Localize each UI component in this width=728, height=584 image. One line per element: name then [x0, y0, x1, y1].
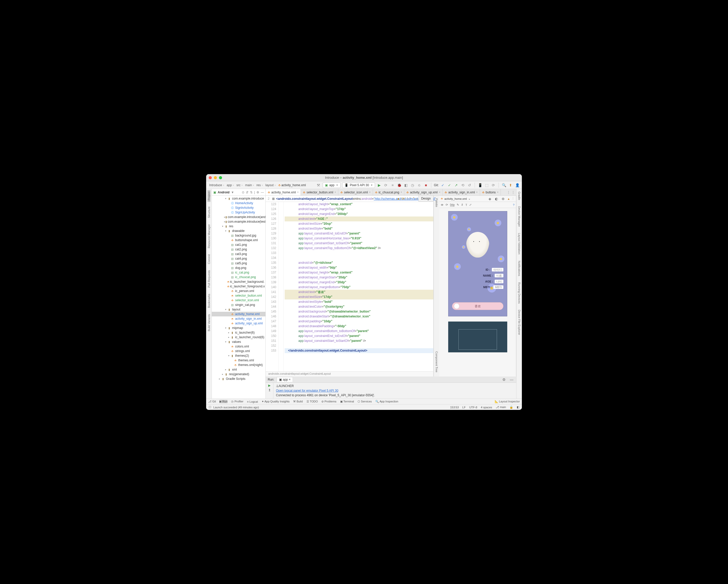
- tree-item[interactable]: ▾▮layout: [212, 307, 265, 312]
- encoding[interactable]: UTF-8: [469, 406, 477, 409]
- mem-icon[interactable]: ◧: [517, 406, 519, 409]
- breadcrumb-item[interactable]: ⬘ activity_home.xml: [277, 183, 307, 187]
- phone-preview[interactable]: ID :아이디NAME :이름AGE :나이MBTI :MBTI 종료: [448, 211, 507, 316]
- search-icon[interactable]: 🔍: [501, 183, 506, 188]
- git-update-icon[interactable]: ✓: [440, 183, 445, 188]
- tree-item[interactable]: ⬘themes.xml (night): [212, 363, 265, 367]
- bottom-tool-button[interactable]: ≡ Logcat: [247, 400, 258, 403]
- editor-tab[interactable]: ⬘activity_sign_in.xml×: [443, 189, 480, 196]
- code-line[interactable]: android:layout_marginStart="20dp": [285, 275, 433, 280]
- maximize-window-button[interactable]: [219, 176, 222, 179]
- tool-window-button[interactable]: Notifications: [518, 259, 521, 278]
- expand-icon[interactable]: ⇵: [246, 191, 249, 194]
- breadcrumb-item[interactable]: res: [255, 183, 264, 187]
- run-gear-icon[interactable]: ⚙: [501, 377, 506, 382]
- bottom-tool-button[interactable]: ▶ Run: [219, 400, 228, 403]
- code-line[interactable]: app:layout_constraintEnd_toEndOf="parent…: [285, 231, 433, 236]
- breadcrumb-item[interactable]: layout: [264, 183, 277, 187]
- attach-icon[interactable]: ⎋: [417, 183, 422, 188]
- tool-window-button[interactable]: Bookmarks: [207, 292, 210, 309]
- code-line[interactable]: app:layout_constraintStart_toStartOf="pa…: [285, 241, 433, 246]
- tree-item[interactable]: ⬘selector_button.xml: [212, 293, 265, 298]
- logcat-link[interactable]: Open logcat panel for emulator Pixel 5 A…: [276, 389, 338, 392]
- code-line[interactable]: android:textSize="20sp": [285, 221, 433, 226]
- tree-item[interactable]: ⬘selector_icon.xml: [212, 298, 265, 303]
- code-line[interactable]: android:layout_marginEnd="20dp": [285, 280, 433, 285]
- surface-icon[interactable]: ◐: [494, 196, 499, 201]
- bottom-tool-button[interactable]: ◷ Profiler: [231, 400, 243, 403]
- code-line[interactable]: android:layout_marginEnd="200dp": [285, 212, 433, 217]
- code-line[interactable]: app:layout_constraintEnd_toEndOf="parent…: [285, 334, 433, 338]
- bottom-tool-button[interactable]: ⬡ Services: [358, 400, 372, 403]
- code-body[interactable]: 1231241251261271281291301311321331341351…: [266, 202, 433, 371]
- bottom-tool-button[interactable]: ⚒ Build: [293, 400, 303, 403]
- bottom-tool-button[interactable]: ✦ App Quality Insights: [262, 400, 290, 403]
- tool-window-button[interactable]: Resource Manager: [207, 223, 210, 250]
- apply-code-icon[interactable]: ≡: [390, 183, 395, 188]
- code-line[interactable]: android:id="@+id/close": [285, 260, 433, 265]
- tree-item[interactable]: ⒸHomeActivity: [212, 201, 265, 205]
- tool-window-button[interactable]: Structure: [207, 205, 210, 220]
- code-line[interactable]: android:text="AGE :": [285, 217, 433, 221]
- code-line[interactable]: android:layout_height="wrap_content": [285, 202, 433, 207]
- indent[interactable]: 4 spaces: [481, 406, 492, 409]
- run-output[interactable]: .LAUNCHER Open logcat panel for emulator…: [274, 383, 516, 399]
- gear-icon[interactable]: ⚙: [256, 191, 259, 194]
- tree-item[interactable]: ▧dog.png: [212, 265, 265, 270]
- run-hide-icon[interactable]: —: [509, 377, 514, 382]
- layers-icon[interactable]: ◈: [487, 196, 492, 201]
- layout-inspector-button[interactable]: 📐 Layout Inspector: [495, 400, 520, 403]
- project-tree[interactable]: ▾▮com.example.introduceⒸHomeActivityⒸSig…: [212, 196, 265, 399]
- editor-tab[interactable]: ⬘selector_button.xml×: [301, 189, 338, 196]
- editor-tab[interactable]: ⬘selector_icon.xml×: [338, 189, 373, 196]
- code-lines[interactable]: android:layout_height="wrap_content" and…: [284, 202, 433, 371]
- editor-tab[interactable]: ⬘buttons×: [480, 189, 501, 196]
- git-push-icon[interactable]: ↗: [453, 183, 459, 188]
- tree-item[interactable]: ▸▮ic_launcher (6): [212, 330, 265, 335]
- lock-icon[interactable]: 🔒: [510, 406, 513, 409]
- night-preview[interactable]: [448, 322, 507, 352]
- warning-icon[interactable]: ▲: [507, 197, 510, 200]
- line-ending[interactable]: LF: [462, 406, 466, 409]
- git-rollback-icon[interactable]: ↺: [467, 183, 472, 188]
- hide-icon[interactable]: —: [261, 191, 264, 194]
- stop-icon[interactable]: ■: [423, 183, 428, 188]
- inspection-badge[interactable]: ▲ 14 ⚠ 1 ⌃ ⌄: [397, 197, 418, 200]
- close-button-preview[interactable]: 종료: [452, 302, 503, 310]
- git-branch[interactable]: ⎇ main: [496, 406, 506, 409]
- code-line[interactable]: app:layout_constraintStart_toStartOf="pa…: [285, 338, 433, 344]
- tool-window-button[interactable]: Project: [207, 190, 210, 202]
- tree-item[interactable]: ▧ic_cat.png: [212, 270, 265, 275]
- tree-item[interactable]: ▾▮mipmap: [212, 326, 265, 330]
- tool-window-button[interactable]: Device File Explorer: [518, 308, 521, 336]
- tree-item[interactable]: ▾▮drawable: [212, 229, 265, 233]
- git-history-icon[interactable]: ⟲: [460, 183, 465, 188]
- run-tab[interactable]: ▣ app ×: [277, 377, 293, 382]
- tree-item[interactable]: ⒸSignInActivity: [212, 205, 265, 210]
- tree-item[interactable]: ▾▮com.example.introduce: [212, 196, 265, 201]
- code-line[interactable]: android:padding="10dp": [285, 319, 433, 324]
- tree-item[interactable]: ▸▮Gradle Scripts: [212, 377, 265, 381]
- preview-canvas[interactable]: ID :아이디NAME :이름AGE :나이MBTI :MBTI 종료: [439, 208, 516, 377]
- code-line[interactable]: android:layout_marginBottom="70dp": [285, 285, 433, 290]
- code-line[interactable]: android:drawablePadding="-50dp": [285, 324, 433, 329]
- tree-item[interactable]: ▧cat2.png: [212, 247, 265, 252]
- coverage-icon[interactable]: ◧: [403, 183, 409, 188]
- sdk-icon[interactable]: ⬚: [484, 183, 489, 188]
- tree-item[interactable]: ⬘activity_sign_up.xml: [212, 321, 265, 326]
- tool-window-button[interactable]: Build Variants: [207, 312, 210, 333]
- tree-item[interactable]: ▧cat3.png: [212, 252, 265, 256]
- code-line[interactable]: android:text="종료": [285, 290, 433, 295]
- project-scope[interactable]: Android: [218, 191, 230, 194]
- tree-item[interactable]: ⬘activity_home.xml: [212, 312, 265, 316]
- device-rotate-icon[interactable]: ⟳: [446, 203, 448, 206]
- tree-item[interactable]: ▸▮ic_launcher_round (6): [212, 335, 265, 339]
- more-icon[interactable]: ⋮: [512, 197, 514, 200]
- editor-tab[interactable]: ⬘activity_home.xml×: [266, 189, 301, 196]
- code-line[interactable]: [285, 344, 433, 348]
- tree-item[interactable]: ⬘buttonshape.xml: [212, 238, 265, 243]
- editor-breadcrumb[interactable]: androidx.constraintlayout.widget.Constra…: [266, 371, 433, 377]
- code-line[interactable]: android:textColor="@color/grey": [285, 304, 433, 309]
- code-line[interactable]: </androidx.constraintlayout.widget.Const…: [285, 348, 433, 353]
- code-line[interactable]: android:layout_marginTop="17dp": [285, 207, 433, 212]
